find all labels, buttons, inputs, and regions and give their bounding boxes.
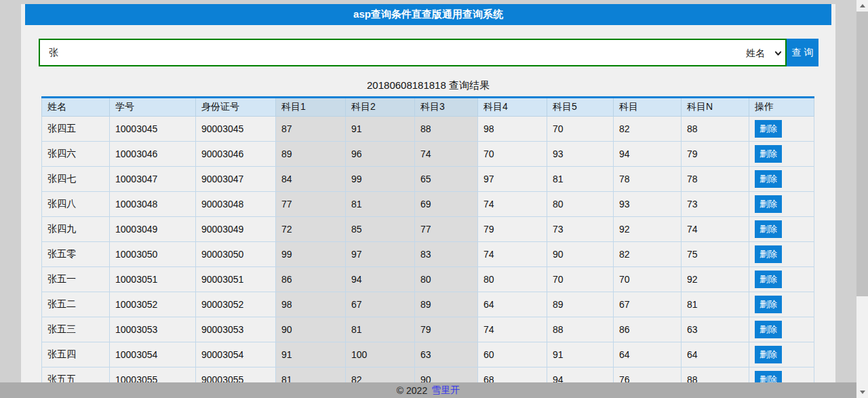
delete-button[interactable]: 删除 — [755, 321, 782, 338]
table-cell: 98 — [478, 117, 547, 142]
table-cell: 82 — [614, 242, 682, 267]
table-cell: 86 — [614, 317, 682, 342]
table-cell: 81 — [346, 192, 415, 217]
table-cell: 64 — [614, 342, 682, 367]
table-row: 张四六100030469000304689967470939479删除 — [42, 142, 814, 167]
table-cell-actions: 删除 — [749, 267, 814, 292]
column-header: 科目4 — [478, 98, 547, 117]
table-cell: 60 — [478, 342, 547, 367]
table-cell: 92 — [682, 267, 749, 292]
table-cell: 79 — [415, 317, 478, 342]
table-cell: 91 — [547, 342, 614, 367]
search-field-select[interactable]: 姓名 — [743, 40, 785, 65]
footer-link[interactable]: 雪里开 — [431, 384, 460, 397]
table-cell-actions: 删除 — [749, 242, 814, 267]
table-cell: 张四九 — [42, 217, 110, 242]
table-cell: 81 — [682, 292, 749, 317]
table-cell: 74 — [478, 242, 547, 267]
table-cell: 99 — [346, 167, 415, 192]
search-input[interactable] — [40, 47, 743, 58]
delete-button[interactable]: 删除 — [755, 220, 782, 238]
delete-button[interactable]: 删除 — [755, 346, 782, 363]
table-cell: 90 — [547, 242, 614, 267]
table-cell: 90003051 — [196, 267, 276, 292]
scrollbar-thumb[interactable] — [856, 12, 868, 296]
table-cell: 90003045 — [196, 117, 276, 142]
scrollbar-up-icon[interactable] — [856, 0, 868, 12]
table-cell: 张五三 — [42, 317, 110, 342]
table-cell: 89 — [276, 142, 346, 167]
table-row: 张四七100030479000304784996597817878删除 — [42, 167, 814, 192]
copyright-text: © 2022 — [397, 385, 427, 396]
table-cell: 75 — [682, 242, 749, 267]
delete-button[interactable]: 删除 — [755, 245, 782, 263]
table-cell: 77 — [415, 217, 478, 242]
table-cell: 70 — [547, 267, 614, 292]
table-cell-actions: 删除 — [749, 142, 814, 167]
table-cell: 74 — [415, 142, 478, 167]
table-cell: 93 — [547, 142, 614, 167]
table-cell: 10003045 — [110, 117, 196, 142]
table-cell: 88 — [682, 117, 749, 142]
table-cell: 80 — [415, 267, 478, 292]
table-cell: 70 — [614, 267, 682, 292]
table-cell: 65 — [415, 167, 478, 192]
table-cell-actions: 删除 — [749, 217, 814, 242]
table-cell: 85 — [346, 217, 415, 242]
table-row: 张四八100030489000304877816974809373删除 — [42, 192, 814, 217]
table-cell: 73 — [547, 217, 614, 242]
column-header: 操作 — [749, 98, 814, 117]
column-header: 科目1 — [276, 98, 346, 117]
table-cell: 97 — [478, 167, 547, 192]
delete-button[interactable]: 删除 — [755, 170, 782, 188]
table-cell-actions: 删除 — [749, 117, 814, 142]
table-cell: 64 — [478, 292, 547, 317]
table-cell: 78 — [614, 167, 682, 192]
table-cell: 79 — [478, 217, 547, 242]
table-row: 张五零100030509000305099978374908275删除 — [42, 242, 814, 267]
table-row: 张五二100030529000305298678964896781删除 — [42, 292, 814, 317]
table-cell: 94 — [346, 267, 415, 292]
delete-button[interactable]: 删除 — [755, 296, 782, 313]
table-cell: 张五一 — [42, 267, 110, 292]
table-cell: 98 — [276, 292, 346, 317]
table-cell: 90003053 — [196, 317, 276, 342]
app-header: asp查询条件直查版通用查询系统 — [25, 4, 831, 25]
table-row: 张四九100030499000304972857779739274删除 — [42, 217, 814, 242]
search-form: 姓名 查 询 — [39, 39, 818, 66]
delete-button[interactable]: 删除 — [755, 195, 782, 213]
table-cell: 74 — [682, 217, 749, 242]
search-button[interactable]: 查 询 — [787, 39, 818, 66]
column-header: 科目2 — [346, 98, 415, 117]
results-caption: 20180608181818 查询结果 — [21, 79, 835, 92]
table-cell-actions: 删除 — [749, 342, 814, 367]
delete-button[interactable]: 删除 — [755, 120, 782, 138]
table-cell: 10003054 — [110, 342, 196, 367]
table-cell: 90003049 — [196, 217, 276, 242]
table-cell: 90003050 — [196, 242, 276, 267]
table-cell: 90003047 — [196, 167, 276, 192]
table-cell: 93 — [614, 192, 682, 217]
scrollbar-down-icon[interactable] — [856, 386, 868, 398]
table-row: 张五四1000305490003054911006360916464删除 — [42, 342, 814, 367]
table-cell: 10003049 — [110, 217, 196, 242]
table-cell: 74 — [478, 317, 547, 342]
table-cell: 90 — [276, 317, 346, 342]
table-cell: 81 — [547, 167, 614, 192]
scrollbar[interactable] — [856, 0, 868, 398]
column-header: 身份证号 — [196, 98, 276, 117]
delete-button[interactable]: 删除 — [755, 145, 782, 163]
delete-button[interactable]: 删除 — [755, 271, 782, 288]
search-field-select-box: 姓名 — [743, 40, 785, 65]
table-cell: 10003050 — [110, 242, 196, 267]
table-cell: 10003051 — [110, 267, 196, 292]
table-cell: 张四七 — [42, 167, 110, 192]
table-cell: 10003052 — [110, 292, 196, 317]
column-header: 学号 — [110, 98, 196, 117]
table-cell: 70 — [547, 117, 614, 142]
table-cell: 80 — [547, 192, 614, 217]
table-cell: 91 — [276, 342, 346, 367]
table-row: 张五三100030539000305390817974888663删除 — [42, 317, 814, 342]
table-cell: 94 — [614, 142, 682, 167]
table-cell: 72 — [276, 217, 346, 242]
